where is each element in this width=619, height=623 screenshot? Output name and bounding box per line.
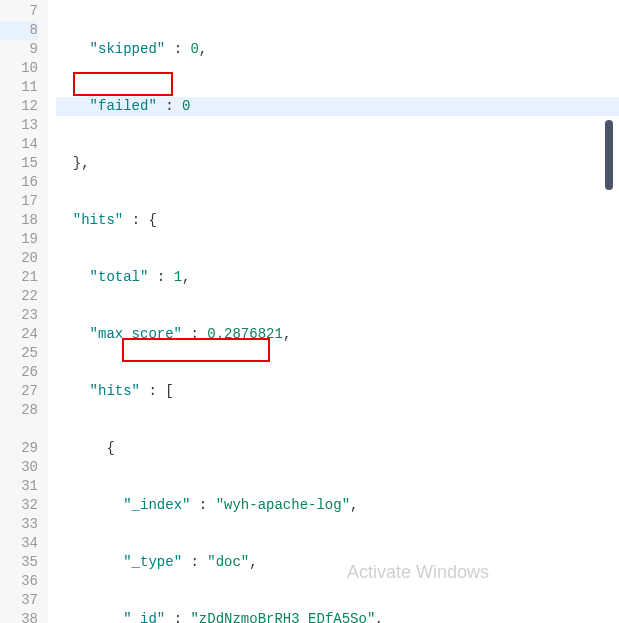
line-number[interactable]: 16 (0, 173, 38, 192)
code-line[interactable]: "skipped" : 0, (56, 40, 619, 59)
line-number[interactable]: 31 (0, 477, 38, 496)
code-editor: 7 8 9 ▾10 11 12 ▾13 ▾14 15 16 17 18 ▾19 … (0, 0, 619, 623)
line-number[interactable]: 21 (0, 268, 38, 287)
line-number[interactable]: 30 (0, 458, 38, 477)
code-line[interactable]: "hits" : [ (56, 382, 619, 401)
line-number[interactable]: 27 (0, 382, 38, 401)
line-number[interactable] (0, 420, 38, 439)
code-line[interactable]: "_index" : "wyh-apache-log", (56, 496, 619, 515)
line-number[interactable]: ▾14 (0, 135, 38, 154)
code-line[interactable]: "hits" : { (56, 211, 619, 230)
code-line[interactable]: "_id" : "zDdNzmoBrRH3_EDfA5So", (56, 610, 619, 623)
line-number[interactable]: ▾38 (0, 610, 38, 623)
scrollbar-track[interactable] (605, 0, 615, 623)
line-number[interactable]: 24 (0, 325, 38, 344)
code-line[interactable]: "_type" : "doc", (56, 553, 619, 572)
line-number[interactable]: 17 (0, 192, 38, 211)
line-number[interactable]: 29 (0, 439, 38, 458)
code-line[interactable]: }, (56, 154, 619, 173)
line-number[interactable]: 28 (0, 401, 38, 420)
code-line[interactable]: "failed" : 0 (56, 97, 619, 116)
line-number[interactable]: 8 (0, 21, 38, 40)
line-number[interactable]: 25 (0, 344, 38, 363)
line-number[interactable]: 33 (0, 515, 38, 534)
line-number[interactable]: 11 (0, 78, 38, 97)
code-line[interactable]: "max_score" : 0.2876821, (56, 325, 619, 344)
scrollbar-thumb[interactable] (605, 120, 613, 190)
line-number[interactable]: 36 (0, 572, 38, 591)
line-number[interactable]: 32 (0, 496, 38, 515)
line-number[interactable]: 9 (0, 40, 38, 59)
line-number[interactable]: ▾13 (0, 116, 38, 135)
line-number-gutter[interactable]: 7 8 9 ▾10 11 12 ▾13 ▾14 15 16 17 18 ▾19 … (0, 0, 48, 623)
line-number[interactable]: 23 (0, 306, 38, 325)
code-content[interactable]: "skipped" : 0, "failed" : 0 }, "hits" : … (48, 0, 619, 623)
line-number[interactable]: 12 (0, 97, 38, 116)
line-number[interactable]: 15 (0, 154, 38, 173)
line-number[interactable]: ▾37 (0, 591, 38, 610)
code-line[interactable]: "total" : 1, (56, 268, 619, 287)
line-number[interactable]: 20 (0, 249, 38, 268)
line-number[interactable]: 26 (0, 363, 38, 382)
highlight-box-total (73, 72, 173, 96)
code-line[interactable]: { (56, 439, 619, 458)
line-number[interactable]: 7 (0, 2, 38, 21)
line-number[interactable]: ▾19 (0, 230, 38, 249)
line-number[interactable]: ▾10 (0, 59, 38, 78)
line-number[interactable]: 34 (0, 534, 38, 553)
line-number[interactable]: 18 (0, 211, 38, 230)
line-number[interactable]: 22 (0, 287, 38, 306)
line-number[interactable]: 35 (0, 553, 38, 572)
